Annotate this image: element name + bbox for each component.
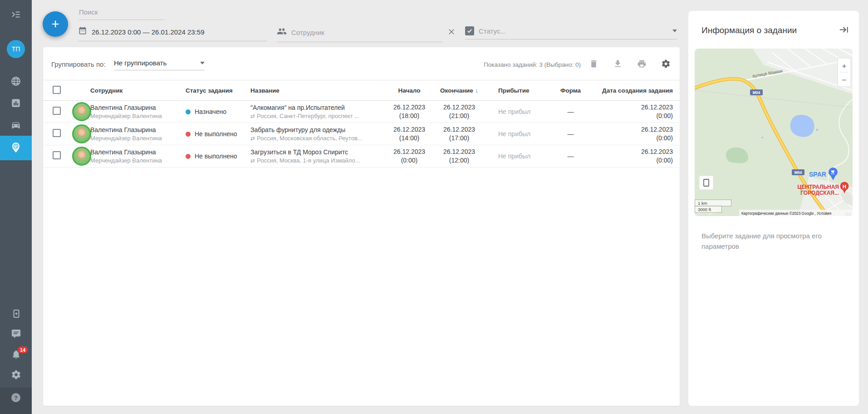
route-shield-m04: M04 bbox=[750, 89, 763, 95]
start-date: 26.12.2023 bbox=[387, 125, 432, 134]
column-header-end[interactable]: Окончание↓ bbox=[432, 87, 486, 94]
table-row[interactable]: Валентина Глазырина Мерчендайзер Валенти… bbox=[43, 101, 680, 123]
column-header-title[interactable]: Название bbox=[250, 87, 387, 94]
status-placeholder: Статус... bbox=[479, 27, 506, 35]
employee-avatar bbox=[72, 147, 91, 166]
sort-desc-icon[interactable]: ↓ bbox=[475, 87, 478, 94]
created-date: 26.12.2023 bbox=[594, 103, 673, 112]
menu-toggle-button[interactable] bbox=[0, 5, 32, 25]
table-settings-button[interactable] bbox=[661, 59, 671, 69]
checkbox-checked-icon bbox=[465, 26, 474, 35]
map-pond bbox=[761, 137, 763, 138]
start-time: (18:00) bbox=[387, 112, 432, 120]
arrow-to-bar-icon bbox=[839, 30, 849, 36]
bar-chart-icon bbox=[11, 98, 21, 109]
table-toolbar: Группировать по: Не группировать Показан… bbox=[43, 47, 680, 80]
column-header-form[interactable]: Форма bbox=[547, 87, 594, 94]
sidebar-item-vehicles[interactable] bbox=[0, 116, 32, 136]
svg-text:ГОРОДСКАЯ...: ГОРОДСКАЯ... bbox=[800, 190, 839, 196]
column-header-employee[interactable]: Сотрудник bbox=[90, 87, 186, 94]
employee-placeholder: Сотрудник bbox=[291, 29, 324, 36]
globe-icon bbox=[10, 76, 21, 88]
map-zoom-out-button[interactable]: − bbox=[842, 76, 847, 84]
arrival-status: Не прибыл bbox=[498, 130, 530, 138]
clear-employee-filter-button[interactable] bbox=[446, 26, 457, 38]
table-row[interactable]: Валентина Глазырина Мерчендайзер Валенти… bbox=[43, 123, 680, 145]
panel-title: Информация о задании bbox=[701, 25, 797, 35]
delete-button[interactable] bbox=[588, 59, 598, 69]
start-date: 26.12.2023 bbox=[387, 103, 432, 112]
route-swap-icon: ⇄ bbox=[250, 158, 255, 164]
gear-icon bbox=[11, 370, 21, 381]
sidebar-item-tasks[interactable] bbox=[0, 136, 32, 160]
end-time: (12:00) bbox=[432, 156, 486, 165]
end-date: 26.12.2023 bbox=[432, 125, 486, 134]
group-by-select[interactable]: Не группировать bbox=[114, 59, 205, 70]
svg-text:3000 ft: 3000 ft bbox=[698, 207, 711, 212]
employee-filter-input[interactable]: Сотрудник bbox=[277, 26, 443, 42]
svg-text:SPAR: SPAR bbox=[809, 171, 826, 178]
location-pin-clock-icon bbox=[10, 142, 22, 155]
date-range-input[interactable]: 26.12.2023 0:00 — 26.01.2024 23:59 bbox=[78, 26, 267, 41]
employee-role: Мерчендайзер Валентина bbox=[90, 112, 186, 120]
table-row[interactable]: Валентина Глазырина Мерчендайзер Валенти… bbox=[43, 145, 680, 168]
employee-name: Валентина Глазырина bbox=[90, 148, 186, 157]
created-time: (0:00) bbox=[594, 134, 673, 143]
end-time: (17:00) bbox=[432, 134, 486, 143]
map[interactable]: вулиця Мамая M04 M04 SPAR ЦЕНТР bbox=[695, 49, 853, 216]
created-date: 26.12.2023 bbox=[594, 125, 673, 134]
arrival-status: Не прибыл bbox=[498, 108, 530, 115]
chat-bubble-icon bbox=[11, 329, 21, 340]
column-header-status[interactable]: Статус задания bbox=[186, 87, 250, 94]
start-time: (0:00) bbox=[387, 156, 432, 165]
column-header-arrival[interactable]: Прибытие bbox=[486, 87, 547, 94]
sidebar-item-reports[interactable] bbox=[0, 94, 32, 113]
row-checkbox[interactable] bbox=[53, 151, 61, 159]
group-by-label: Группировать по: bbox=[51, 60, 106, 68]
sidebar-item-chat[interactable] bbox=[0, 325, 32, 345]
download-button[interactable] bbox=[613, 59, 623, 69]
select-all-checkbox[interactable] bbox=[53, 86, 61, 94]
collapse-panel-button[interactable] bbox=[838, 25, 849, 35]
form-value: — bbox=[547, 108, 594, 116]
route-swap-icon: ⇄ bbox=[250, 113, 255, 119]
map-type-button[interactable] bbox=[699, 176, 713, 190]
end-date: 26.12.2023 bbox=[432, 148, 486, 156]
sidebar-item-help[interactable]: ? bbox=[0, 388, 32, 408]
map-zoom-control: + − bbox=[838, 58, 851, 87]
employee-name: Валентина Глазырина bbox=[90, 126, 186, 134]
search-input[interactable]: Поиск bbox=[79, 8, 164, 20]
employee-role: Мерчендайзер Валентина bbox=[90, 157, 186, 165]
panel-empty-state: Выберите задание для просмотра его парам… bbox=[701, 231, 851, 252]
task-info-panel: Информация о задании bbox=[688, 11, 859, 406]
app-root: ТП bbox=[0, 0, 868, 414]
svg-text:M04: M04 bbox=[794, 170, 802, 175]
task-title: Забрать фурнитуру для одежды bbox=[250, 126, 387, 134]
sidebar-item-add-device[interactable] bbox=[0, 304, 32, 324]
close-icon bbox=[447, 30, 456, 37]
column-header-created[interactable]: Дата создания задания bbox=[594, 87, 680, 94]
column-header-start[interactable]: Начало bbox=[387, 87, 432, 94]
start-time: (14:00) bbox=[387, 134, 432, 143]
status-filter-select[interactable]: Статус... bbox=[465, 26, 677, 39]
sidebar-item-notifications[interactable]: 14 bbox=[0, 345, 32, 365]
map-zoom-in-button[interactable]: + bbox=[842, 62, 847, 70]
sidebar-item-settings[interactable] bbox=[0, 365, 32, 385]
created-date: 26.12.2023 bbox=[594, 148, 673, 156]
employee-avatar bbox=[72, 102, 91, 121]
svg-text:H: H bbox=[843, 184, 846, 189]
user-avatar[interactable]: ТП bbox=[7, 40, 25, 58]
print-button[interactable] bbox=[637, 59, 647, 69]
svg-text:?: ? bbox=[14, 394, 18, 401]
map-attribution[interactable]: Картографические данные ©2023 Google , У… bbox=[741, 211, 831, 216]
table-header-row: Сотрудник Статус задания Название Начало… bbox=[43, 80, 680, 101]
task-address: Россия, Москва, 1-я улица Измайло... bbox=[257, 157, 360, 164]
sidebar-item-map[interactable] bbox=[0, 72, 32, 92]
people-icon bbox=[277, 26, 287, 38]
help-icon: ? bbox=[10, 392, 21, 404]
row-checkbox[interactable] bbox=[53, 107, 61, 115]
add-task-button[interactable]: + bbox=[43, 11, 68, 37]
car-icon bbox=[10, 120, 21, 132]
row-checkbox[interactable] bbox=[53, 129, 61, 137]
task-title: Загрузиться в ТД Мороз Спиритс bbox=[250, 148, 387, 157]
